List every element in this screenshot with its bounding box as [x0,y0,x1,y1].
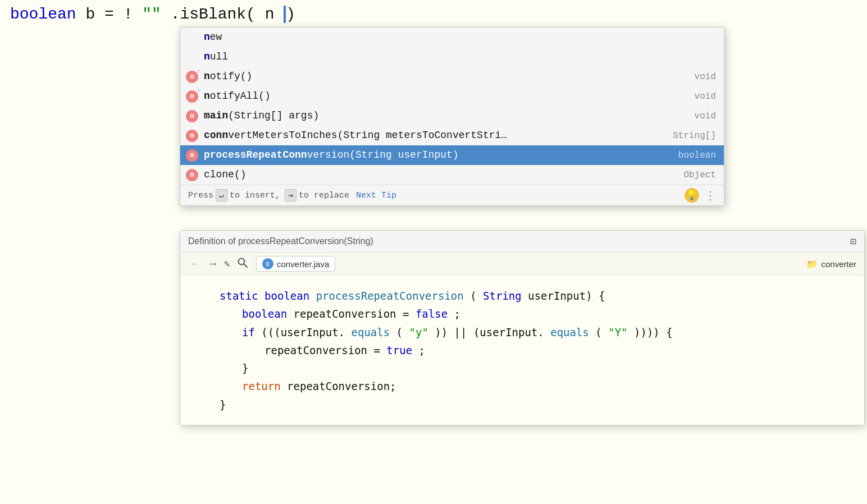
nav-search-icon[interactable] [237,257,248,271]
paren-y-open: ( [396,326,403,338]
nav-forward-arrow[interactable]: → [206,256,220,272]
method-icon-main: m [186,110,198,122]
insert-label: to insert, [230,191,280,200]
method-icon-convert: m [186,130,198,142]
item-label-null: null [204,49,716,65]
footer-right: 💡 ⋮ [685,188,716,203]
kw-boolean: boolean [10,6,76,23]
autocomplete-item-clone[interactable]: m clone() Object [180,165,724,185]
semicolon1: ; [454,308,460,320]
bold-n-convert: n [222,130,228,141]
method-icon-notify: m [186,71,198,83]
more-options-icon[interactable]: ⋮ [705,189,716,203]
method-equals2: equals [550,326,589,338]
expand-icon[interactable]: ⊡ [850,235,856,248]
replace-label: to replace [299,191,349,200]
nav-file-badge[interactable]: c converter.java [256,256,335,272]
label-rest-ull: ull [210,51,228,62]
code-isblank: .isBlank( [171,6,255,23]
autocomplete-item-main[interactable]: m main(String[] args) void [180,106,724,126]
press-text: Press [188,191,213,200]
kw-if: if [242,326,255,338]
bold-main: main [204,110,228,121]
nav-edit-icon[interactable]: ✎ [224,258,230,270]
str-Y: "Y" [608,326,627,338]
return-val: repeatConversion; [287,380,396,392]
autocomplete-item-notifyall[interactable]: m notifyAll() void [180,86,724,106]
var-repeat: repeatConversion = [294,308,416,320]
paren-y-close: )) || (userInput. [435,326,544,338]
type-main: void [695,109,716,123]
autocomplete-item-process[interactable]: m processRepeatConnversion(String userIn… [180,145,724,165]
insert-key: ↵ [216,189,227,201]
file-icon-c: c [262,258,273,269]
label-vertmeters: vertMetersToInches(String metersToConver… [228,130,507,141]
param-name: userInput) { [528,290,605,302]
autocomplete-item-new[interactable]: new [180,28,724,47]
file-name: converter.java [277,259,329,269]
definition-header: Definition of processRepeatConversion(St… [180,231,864,253]
close-brace-if: } [242,362,248,374]
item-label-process: processRepeatConnversion(String userInpu… [204,148,672,163]
next-tip-link[interactable]: Next Tip [356,191,396,200]
autocomplete-item-notify[interactable]: m notify() void [180,67,724,86]
type-notify: void [695,70,716,84]
paren-Y-open: ( [595,326,601,338]
kw-return: return [242,380,281,392]
params-open: ( [470,290,476,302]
replace-key: ⇥ [285,189,296,201]
autocomplete-item-null[interactable]: null [180,47,724,67]
item-label-new: new [204,30,716,45]
label-otifyall: otifyAll() [210,90,271,102]
label-clone: clone() [204,169,247,180]
str-empty: "" [142,6,161,23]
code-line-5: } [197,359,847,377]
bold-n-process: n [301,149,307,161]
method-icon-process: m [186,149,198,162]
autocomplete-list: new null m notify() void m notifyAll() v… [180,28,724,185]
bulb-icon[interactable]: 💡 [685,188,699,203]
label-otify: otify() [210,71,253,82]
code-n: n [265,6,275,23]
method-icon-clone: m [186,169,198,181]
nav-back-arrow[interactable]: ← [188,256,202,272]
bold-con: con [204,130,222,141]
item-label-clone: clone() [204,167,677,182]
code-line-6: return repeatConversion; [197,377,847,395]
definition-panel: Definition of processRepeatConversion(St… [180,230,865,425]
bold-n-notifyall: n [204,90,210,102]
bold-processrepeatcon: processRepeatCon [204,149,301,161]
paren-Y-close: )))) { [634,326,673,338]
keyword-n: n [204,31,210,43]
val-true: true [386,344,412,356]
footer-left: Press ↵ to insert, ⇥ to replace Next Tip [188,189,396,201]
method-icon-notifyall: m [186,90,198,103]
nav-folder-badge: 📁 converter [806,259,856,269]
method-name-def: processRepeatConversion [316,290,464,302]
kw-static: static [220,290,258,302]
type-convert: String[] [673,129,716,143]
kw-boolean-2: boolean [242,308,287,320]
semicolon2: ; [419,344,425,356]
folder-icon: 📁 [806,259,818,269]
label-main-args: (String[] args) [228,110,319,121]
code-line-2: boolean repeatConversion = false ; [197,305,847,323]
code-rest: ) [286,6,295,23]
type-process: boolean [678,149,716,162]
label-version: version(String userInput) [307,149,459,161]
autocomplete-footer: Press ↵ to insert, ⇥ to replace Next Tip… [180,185,724,205]
if-cond-open: (((userInput. [261,326,345,338]
item-label-notify: notify() [204,69,688,84]
type-notifyall: void [695,90,716,103]
item-label-main: main(String[] args) [204,108,688,123]
autocomplete-item-convert[interactable]: m connvertMetersToInches(String metersTo… [180,126,724,145]
definition-code: static boolean processRepeatConversion (… [180,276,864,425]
bold-n-notify: n [204,71,210,82]
var-repeat2: repeatConversion = [264,344,386,356]
method-equals1: equals [352,326,390,338]
item-label-convert: connvertMetersToInches(String metersToCo… [204,128,666,143]
item-label-notifyall: notifyAll() [204,89,688,104]
code-line-1: static boolean processRepeatConversion (… [197,287,847,305]
autocomplete-popup: new null m notify() void m notifyAll() v… [180,27,724,206]
kw-boolean-def: boolean [264,290,309,302]
